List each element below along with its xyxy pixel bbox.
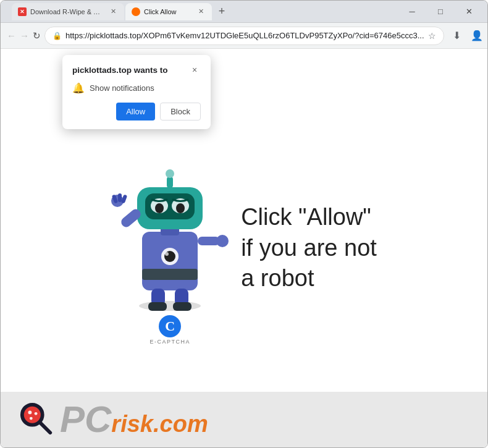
url-bar[interactable]: 🔒 https://picklottads.top/XOPm6TvKemv12U… xyxy=(44,27,444,45)
back-button[interactable]: ← xyxy=(7,27,16,44)
tab-bar: ✕ Download R-Wipe & Clean 20... ✕ Click … xyxy=(12,3,396,20)
permission-label: Show notifications xyxy=(90,83,154,93)
svg-point-5 xyxy=(165,252,169,256)
popup-permission-row: 🔔 Show notifications xyxy=(72,82,201,94)
forward-button[interactable]: → xyxy=(20,27,29,44)
main-text-line3: a robot xyxy=(241,265,314,291)
captcha-label: E-CAPTCHA xyxy=(149,339,190,345)
svg-point-21 xyxy=(216,235,229,247)
tab2-close-button[interactable]: ✕ xyxy=(196,7,206,17)
svg-rect-25 xyxy=(173,302,191,311)
allow-button[interactable]: Allow xyxy=(116,103,155,120)
profile-icon[interactable]: 👤 xyxy=(468,27,486,45)
main-text-area: Click "Allow" if you are not a robot xyxy=(241,202,377,294)
main-page-text: Click "Allow" if you are not a robot xyxy=(241,202,377,294)
svg-point-14 xyxy=(166,169,174,178)
svg-point-30 xyxy=(30,417,33,420)
url-text: https://picklottads.top/XOPm6TvKemv12UTD… xyxy=(65,31,424,40)
browser-tab-2[interactable]: Click Allow ✕ xyxy=(125,3,212,20)
page-content: picklottads.top wants to × 🔔 Show notifi… xyxy=(1,49,487,447)
title-bar: ✕ Download R-Wipe & Clean 20... ✕ Click … xyxy=(1,1,487,23)
tab1-label: Download R-Wipe & Clean 20... xyxy=(30,8,104,15)
bell-icon: 🔔 xyxy=(72,82,85,94)
popup-buttons: Allow Block xyxy=(72,103,201,120)
captcha-c-icon: C xyxy=(159,315,181,337)
robot-illustration xyxy=(111,151,229,312)
svg-line-31 xyxy=(40,423,50,433)
tab2-label: Click Allow xyxy=(144,8,177,15)
tab1-favicon: ✕ xyxy=(18,7,27,16)
main-text-line2: if you are not xyxy=(241,235,377,261)
popup-title: picklottads.top wants to xyxy=(72,66,168,75)
popup-header: picklottads.top wants to × xyxy=(72,64,201,76)
maximize-button[interactable]: □ xyxy=(427,3,454,20)
toolbar-icons: ⬇ 👤 ⋮ xyxy=(448,27,488,45)
popup-close-button[interactable]: × xyxy=(188,64,201,76)
tab2-favicon xyxy=(132,7,140,16)
dotcom-text: .com xyxy=(153,411,208,437)
browser-window: ✕ Download R-Wipe & Clean 20... ✕ Click … xyxy=(0,0,488,448)
svg-point-11 xyxy=(155,203,164,213)
svg-point-29 xyxy=(35,412,38,415)
window-action-buttons: ─ □ ✕ xyxy=(398,3,482,20)
robot-area: C E-CAPTCHA xyxy=(111,151,229,345)
bookmark-star-icon[interactable]: ☆ xyxy=(428,31,436,41)
new-tab-button[interactable]: + xyxy=(213,3,230,20)
reload-button[interactable]: ↻ xyxy=(33,27,41,44)
svg-point-27 xyxy=(24,407,41,423)
window-close-button[interactable]: ✕ xyxy=(455,3,482,20)
address-bar: ← → ↻ 🔒 https://picklottads.top/XOPm6TvK… xyxy=(1,23,487,49)
pcrisk-logo: PC risk .com xyxy=(19,401,208,438)
svg-rect-18 xyxy=(118,193,122,202)
pcrisk-footer: PC risk .com xyxy=(1,392,487,447)
pcrisk-text: PC risk .com xyxy=(60,401,208,438)
svg-rect-24 xyxy=(148,302,167,311)
pc-letters: PC xyxy=(60,401,111,438)
pcrisk-search-icon xyxy=(19,402,55,437)
browser-tab-1[interactable]: ✕ Download R-Wipe & Clean 20... ✕ xyxy=(12,3,124,20)
download-icon[interactable]: ⬇ xyxy=(448,27,466,45)
risk-letters: risk xyxy=(111,412,153,436)
captcha-logo: C E-CAPTCHA xyxy=(149,315,190,345)
svg-point-12 xyxy=(176,203,185,213)
main-text-line1: Click "Allow" xyxy=(241,204,371,230)
svg-rect-2 xyxy=(142,269,198,280)
tab1-close-button[interactable]: ✕ xyxy=(108,7,118,17)
minimize-button[interactable]: ─ xyxy=(398,3,426,20)
notification-popup: picklottads.top wants to × 🔔 Show notifi… xyxy=(62,55,211,129)
svg-point-28 xyxy=(28,411,32,415)
block-button[interactable]: Block xyxy=(160,103,201,120)
lock-icon: 🔒 xyxy=(53,32,62,40)
